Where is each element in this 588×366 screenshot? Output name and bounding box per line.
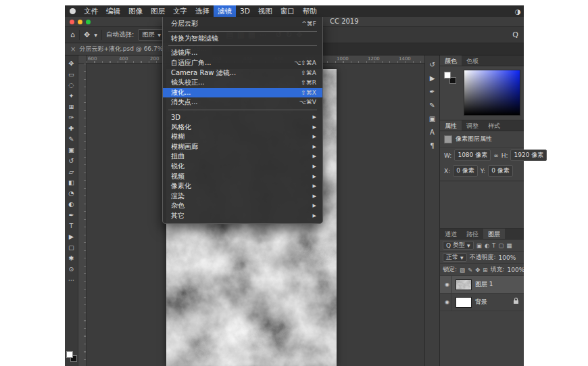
minimize-window-button[interactable] — [78, 20, 82, 24]
visibility-eye-icon[interactable]: ◉ — [443, 276, 452, 293]
blur-tool[interactable]: ◔ — [66, 188, 77, 198]
edit-toolbar-icon[interactable]: ⋯ — [66, 275, 77, 285]
menu-item-convert-smart-filters[interactable]: 转换为智能滤镜 — [163, 34, 322, 44]
menu-item-blur[interactable]: 模糊 ▶ — [163, 132, 322, 142]
lock-pixels-icon[interactable]: ✎ — [468, 267, 472, 273]
home-icon[interactable]: ⌂ — [70, 30, 75, 39]
history-panel-icon[interactable]: ↺ — [429, 61, 435, 68]
tab-styles[interactable]: 样式 — [483, 120, 505, 131]
menu-image[interactable]: 图像 — [124, 5, 147, 17]
move-tool-icon[interactable]: ✥ — [84, 30, 90, 39]
tab-layers[interactable]: 图层 — [483, 229, 505, 239]
type-tool[interactable]: T — [66, 221, 77, 231]
menu-item-3d[interactable]: 3D ▶ — [163, 112, 322, 122]
width-field[interactable]: 1080 像素 — [454, 150, 491, 161]
menu-help[interactable]: 帮助 — [299, 5, 321, 17]
lock-position-icon[interactable]: ✥ — [475, 267, 480, 273]
menu-type[interactable]: 文字 — [169, 5, 191, 17]
history-brush-tool[interactable]: ↺ — [66, 156, 77, 166]
tab-adjustments[interactable]: 调整 — [462, 120, 483, 131]
shape-tool[interactable]: ▢ — [66, 242, 77, 252]
foreground-background-swatches[interactable] — [66, 351, 77, 362]
menu-item-adaptive-wide-angle[interactable]: 自适应广角... ⌥⇧⌘A — [163, 58, 322, 68]
menu-3d[interactable]: 3D — [236, 5, 254, 17]
brush-tool[interactable]: ✎ — [66, 134, 77, 144]
menubar-status-icon[interactable]: ◑ — [515, 7, 521, 16]
auto-select-dropdown[interactable]: 图层 ▾ — [138, 29, 165, 41]
blend-mode-dropdown[interactable]: 正常 ▾ — [443, 253, 467, 262]
menu-select[interactable]: 选择 — [191, 5, 214, 17]
menu-item-difference-clouds[interactable]: 分层云彩 ^⌘F — [163, 19, 322, 29]
foreground-color-swatch[interactable] — [66, 351, 73, 358]
lock-transparency-icon[interactable]: ▨ — [460, 267, 465, 273]
healing-brush-tool[interactable]: ✚ — [66, 123, 77, 133]
menu-item-render[interactable]: 渲染 ▶ — [163, 191, 322, 202]
menu-item-camera-raw[interactable]: Camera Raw 滤镜... ⇧⌘A — [163, 68, 322, 78]
actions-panel-icon[interactable]: ▶ — [430, 74, 435, 82]
menu-item-noise[interactable]: 杂色 ▶ — [163, 201, 322, 211]
menu-item-vanishing-point[interactable]: 消失点... ⌥⌘V — [163, 97, 322, 108]
eyedropper-tool[interactable]: ✑ — [66, 112, 77, 122]
tab-color[interactable]: 颜色 — [440, 55, 462, 66]
menu-edit[interactable]: 编辑 — [102, 5, 124, 17]
tab-paths[interactable]: 路径 — [462, 229, 483, 239]
menu-item-lens-correction[interactable]: 镜头校正... ⇧⌘R — [163, 78, 322, 88]
marquee-tool[interactable]: ▭ — [66, 69, 77, 79]
visibility-eye-icon[interactable]: ◉ — [443, 294, 452, 311]
zoom-tool[interactable]: ⊙ — [66, 264, 77, 274]
menu-item-stylize[interactable]: 风格化 ▶ — [163, 122, 322, 132]
hand-tool[interactable]: ✱ — [66, 253, 77, 263]
layer-name[interactable]: 图层 1 — [475, 280, 493, 289]
layer-thumbnail[interactable] — [456, 279, 472, 290]
menu-view[interactable]: 视图 — [254, 5, 276, 17]
fill-value[interactable]: 100% — [508, 267, 524, 273]
move-tool-caret-icon[interactable]: ▾ — [94, 31, 97, 39]
layer-row-background[interactable]: ◉ 背景 — [440, 294, 524, 311]
zoom-window-button[interactable] — [86, 20, 91, 24]
clone-stamp-tool[interactable]: ▣ — [66, 145, 77, 155]
tab-swatches[interactable]: 色板 — [462, 55, 483, 66]
menu-item-liquify[interactable]: 液化... ⇧⌘X — [163, 88, 322, 98]
layer-thumbnail[interactable] — [456, 297, 472, 308]
menu-item-filter-gallery[interactable]: 滤镜库... — [163, 48, 322, 58]
character-panel-icon[interactable]: A — [430, 129, 435, 136]
color-panel-fg-bg-swatches[interactable] — [444, 72, 456, 84]
apple-menu-icon[interactable] — [70, 8, 76, 14]
filter-shape-layers-icon[interactable]: ▢ — [498, 242, 504, 249]
search-icon[interactable]: Q — [512, 30, 518, 39]
menu-layer[interactable]: 图层 — [147, 5, 169, 17]
crop-tool[interactable]: ⊞ — [66, 101, 77, 112]
paragraph-panel-icon[interactable]: ¶ — [430, 142, 434, 150]
y-field[interactable]: 0 像素 — [488, 165, 513, 177]
gradient-tool[interactable]: ◧ — [66, 177, 77, 187]
path-selection-tool[interactable]: ▶ — [66, 231, 77, 242]
link-dimensions-icon[interactable]: ∞ — [493, 152, 499, 159]
tab-properties[interactable]: 属性 — [440, 120, 462, 131]
menu-window[interactable]: 窗口 — [276, 5, 299, 17]
color-picker-field[interactable] — [464, 70, 520, 116]
opacity-value[interactable]: 100% — [499, 254, 516, 261]
dodge-tool[interactable]: ◐ — [66, 199, 77, 209]
eraser-tool[interactable]: ▱ — [66, 166, 77, 177]
menu-item-blur-gallery[interactable]: 模糊画廊 ▶ — [163, 142, 322, 152]
pen-panel-icon[interactable]: ✒ — [429, 88, 435, 95]
clone-source-panel-icon[interactable]: ▣ — [429, 115, 435, 122]
lock-artboard-icon[interactable]: ⊞ — [483, 267, 487, 273]
filter-adjustment-layers-icon[interactable]: ◐ — [485, 242, 489, 249]
close-tab-icon[interactable]: × — [70, 45, 76, 53]
height-field[interactable]: 1920 像素 — [510, 150, 547, 161]
x-field[interactable]: 0 像素 — [453, 165, 478, 177]
menu-item-sharpen[interactable]: 锐化 ▶ — [163, 162, 322, 172]
filter-pixel-layers-icon[interactable]: ▣ — [476, 242, 482, 249]
brushes-panel-icon[interactable]: ✎ — [429, 101, 435, 109]
tab-channels[interactable]: 通道 — [440, 229, 462, 239]
layer-name[interactable]: 背景 — [475, 298, 487, 306]
menu-item-other[interactable]: 其它 ▶ — [163, 211, 322, 221]
move-tool[interactable]: ✥ — [66, 58, 77, 68]
menu-file[interactable]: 文件 — [80, 5, 102, 17]
foreground-color-swatch[interactable] — [444, 72, 451, 78]
lasso-tool[interactable]: ◌ — [66, 80, 77, 90]
close-window-button[interactable] — [70, 20, 74, 24]
menu-item-video[interactable]: 视频 ▶ — [163, 171, 322, 181]
layer-filter-dropdown[interactable]: Q 类型 ▾ — [443, 241, 474, 250]
